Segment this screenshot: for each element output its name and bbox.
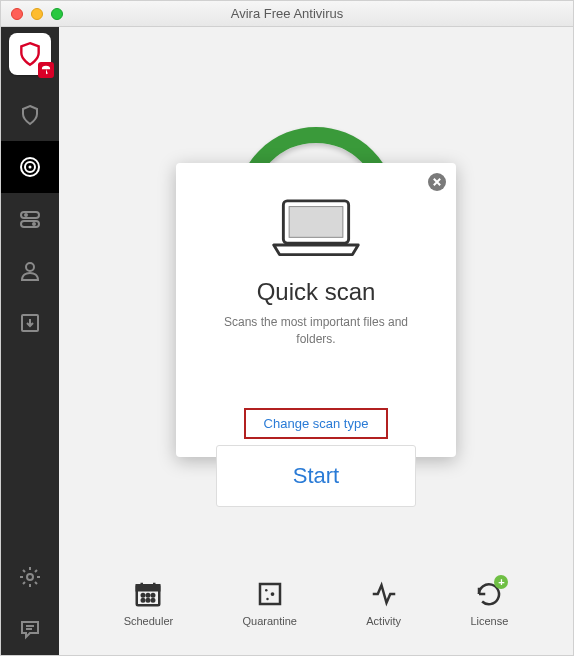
tool-label: Scheduler [124,615,174,627]
svg-point-14 [142,594,145,597]
shield-outline-icon [18,103,42,127]
window-title: Avira Free Antivirus [1,6,573,21]
target-icon [18,155,42,179]
box-icon [255,579,285,609]
svg-point-23 [266,598,269,601]
tool-label: License [470,615,508,627]
bottom-tools: Scheduler Quarantine Activity [59,579,573,627]
svg-point-2 [29,166,32,169]
close-button[interactable] [428,173,446,191]
tool-license[interactable]: + License [470,579,508,627]
download-icon [18,311,42,335]
sidebar-item-feedback[interactable] [1,603,59,655]
svg-rect-11 [289,207,343,238]
chat-icon [18,617,42,641]
tool-label: Activity [366,615,401,627]
svg-point-22 [270,592,274,596]
main-area: Quick scan Scans the most important file… [59,27,573,655]
calendar-icon [133,579,163,609]
change-scan-type-link[interactable]: Change scan type [244,408,389,439]
titlebar: Avira Free Antivirus [1,1,573,27]
svg-rect-5 [21,221,39,227]
start-button[interactable]: Start [216,445,416,507]
svg-rect-20 [260,584,280,604]
svg-point-7 [26,263,34,271]
plus-badge-icon: + [494,575,508,589]
svg-point-9 [27,574,33,580]
scan-title: Quick scan [196,278,436,306]
svg-point-18 [147,599,150,602]
close-icon [433,178,441,186]
umbrella-icon [38,62,54,78]
svg-point-17 [142,599,145,602]
svg-rect-3 [21,212,39,218]
activity-icon [369,579,399,609]
scan-description: Scans the most important files and folde… [196,314,436,348]
sidebar-item-scan[interactable] [1,141,59,193]
svg-point-15 [147,594,150,597]
svg-point-16 [152,594,155,597]
laptop-icon [268,197,364,262]
svg-point-4 [24,213,28,217]
sidebar-item-settings[interactable] [1,551,59,603]
tool-scheduler[interactable]: Scheduler [124,579,174,627]
app-window: Avira Free Antivirus [0,0,574,656]
tool-activity[interactable]: Activity [366,579,401,627]
sidebar-item-profile[interactable] [1,245,59,297]
tool-label: Quarantine [243,615,297,627]
svg-rect-13 [137,585,160,590]
sidebar-item-modules[interactable] [1,193,59,245]
svg-point-21 [265,589,268,592]
sidebar [1,27,59,655]
tool-quarantine[interactable]: Quarantine [243,579,297,627]
svg-point-19 [152,599,155,602]
person-icon [18,259,42,283]
scan-popover: Quick scan Scans the most important file… [176,163,456,457]
sidebar-item-update[interactable] [1,297,59,349]
app-logo[interactable] [9,33,51,75]
svg-point-6 [32,222,36,226]
sidebar-item-status[interactable] [1,89,59,141]
gear-icon [18,565,42,589]
toggles-icon [18,207,42,231]
